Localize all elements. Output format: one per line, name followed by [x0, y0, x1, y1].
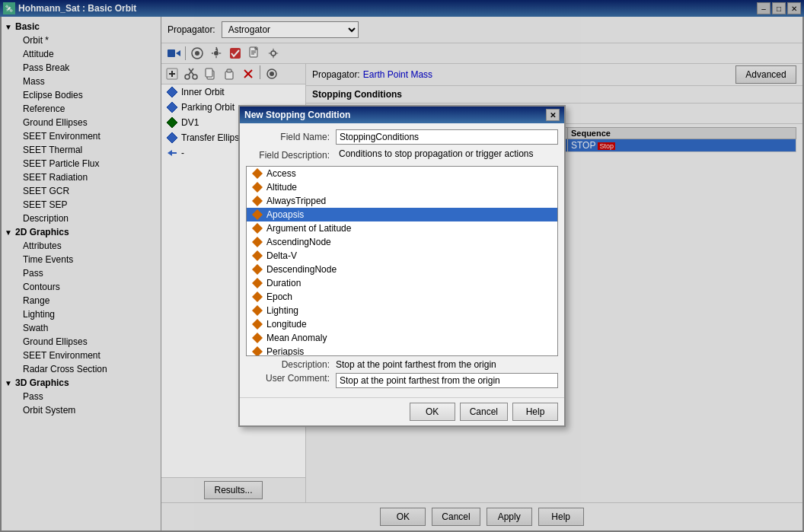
dialog-cancel-button[interactable]: Cancel — [460, 403, 508, 421]
svg-marker-61 — [252, 305, 263, 316]
list-item-icon — [251, 318, 263, 330]
svg-marker-54 — [252, 209, 263, 220]
svg-marker-52 — [252, 182, 263, 193]
list-item-icon — [251, 167, 263, 180]
list-item-icon — [251, 195, 263, 207]
field-desc-label: Field Description: — [246, 150, 330, 161]
field-name-row: Field Name: — [246, 129, 558, 145]
field-desc-row: Field Description: Conditions to stop pr… — [246, 148, 558, 163]
list-item-arg-latitude[interactable]: Argument of Latitude — [247, 221, 557, 235]
svg-marker-51 — [252, 168, 263, 179]
list-item-icon — [251, 222, 263, 234]
list-item-label: Duration — [266, 278, 301, 288]
list-item-label: DescendingNode — [266, 264, 337, 275]
list-item-access[interactable]: Access — [247, 167, 557, 180]
description-row: Description: Stop at the point farthest … — [246, 359, 558, 370]
dialog-title-text: New Stopping Condition — [244, 110, 350, 120]
dialog-ok-button[interactable]: OK — [410, 403, 455, 421]
list-item-label: Mean Anomaly — [266, 333, 327, 343]
list-item-always-tripped[interactable]: AlwaysTripped — [247, 194, 557, 208]
list-item-icon — [251, 236, 263, 248]
list-item-icon — [251, 277, 263, 289]
list-item-longitude[interactable]: Longitude — [247, 317, 557, 331]
list-item-label: Periapsis — [266, 346, 304, 356]
list-item-label: Epoch — [266, 291, 292, 302]
dialog-title-bar: New Stopping Condition ✕ — [240, 107, 564, 123]
svg-marker-57 — [252, 250, 263, 261]
field-name-input[interactable] — [336, 129, 558, 145]
list-item-icon — [251, 332, 263, 344]
list-item-lighting[interactable]: Lighting — [247, 304, 557, 317]
svg-marker-53 — [252, 196, 263, 206]
list-item-altitude[interactable]: Altitude — [247, 180, 557, 194]
list-item-label: Delta-V — [266, 250, 297, 261]
list-item-icon — [251, 304, 263, 317]
list-item-label: AscendingNode — [266, 237, 331, 247]
field-name-label: Field Name: — [246, 132, 330, 142]
dialog-bottom-buttons: OK Cancel Help — [240, 397, 564, 425]
list-item-ascending-node[interactable]: AscendingNode — [247, 235, 557, 249]
svg-marker-63 — [252, 333, 263, 343]
list-item-duration[interactable]: Duration — [247, 276, 557, 290]
condition-list[interactable]: Access Altitude AlwaysTripped Apoapsis A… — [246, 166, 558, 356]
user-comment-row: User Comment: — [246, 373, 558, 388]
user-comment-label: User Comment: — [246, 373, 330, 384]
svg-marker-58 — [252, 264, 263, 275]
user-comment-input[interactable] — [336, 373, 558, 388]
desc-label: Description: — [246, 359, 330, 370]
list-item-label: Argument of Latitude — [266, 223, 351, 234]
list-item-icon — [251, 291, 263, 303]
list-item-label: Longitude — [266, 319, 307, 330]
list-item-icon — [251, 250, 263, 262]
list-item-label: Apoapsis — [266, 209, 304, 220]
svg-marker-55 — [252, 223, 263, 234]
modal-overlay: New Stopping Condition ✕ Field Name: Fie… — [0, 0, 804, 532]
svg-marker-64 — [252, 346, 263, 356]
list-item-descending-node[interactable]: DescendingNode — [247, 263, 557, 276]
svg-marker-62 — [252, 319, 263, 330]
list-item-apoapsis[interactable]: Apoapsis — [247, 208, 557, 221]
list-item-icon — [251, 263, 263, 276]
dialog-close-button[interactable]: ✕ — [546, 109, 560, 121]
list-item-icon — [251, 346, 263, 356]
list-item-periapsis[interactable]: Periapsis — [247, 345, 557, 356]
dialog-body: Field Name: Field Description: Condition… — [240, 123, 564, 397]
svg-marker-60 — [252, 291, 263, 302]
dialog-help-button[interactable]: Help — [512, 403, 558, 421]
list-item-label: Altitude — [266, 182, 297, 193]
list-item-delta-v[interactable]: Delta-V — [247, 249, 557, 263]
list-item-label: AlwaysTripped — [266, 196, 326, 206]
field-desc-value: Conditions to stop propagation or trigge… — [336, 148, 558, 163]
list-item-icon — [251, 181, 263, 193]
list-item-mean-anomaly[interactable]: Mean Anomaly — [247, 331, 557, 345]
desc-value: Stop at the point farthest from the orig… — [336, 359, 558, 370]
list-item-label: Lighting — [266, 305, 298, 316]
new-stopping-condition-dialog: New Stopping Condition ✕ Field Name: Fie… — [238, 105, 566, 427]
list-item-epoch[interactable]: Epoch — [247, 290, 557, 304]
svg-marker-59 — [252, 278, 263, 288]
svg-marker-56 — [252, 237, 263, 247]
list-item-label: Access — [266, 168, 296, 179]
list-item-icon — [251, 209, 263, 221]
